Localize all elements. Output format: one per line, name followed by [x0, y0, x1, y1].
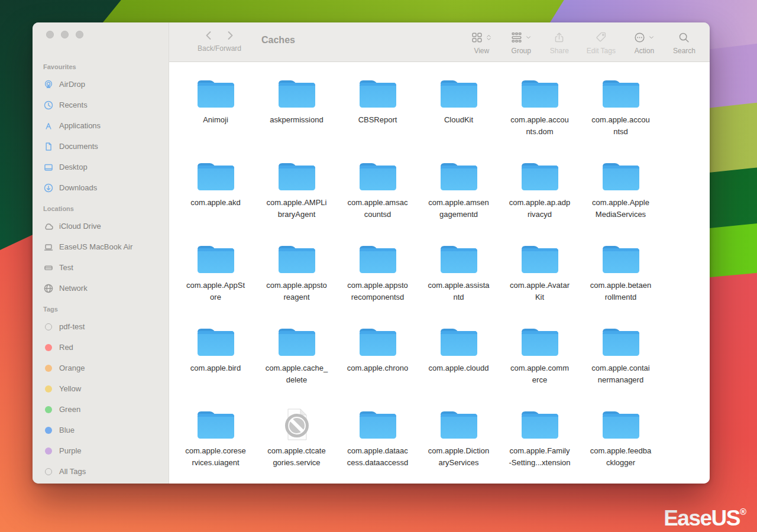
file-name: com.apple.chrono — [337, 362, 418, 374]
action-button[interactable]: Action — [633, 30, 655, 55]
zoom-button[interactable] — [76, 31, 83, 38]
file-item[interactable]: com.apple.amsen gagementd — [418, 159, 499, 242]
file-name: com.apple.appsto recomponentsd — [337, 280, 418, 303]
file-item[interactable]: com.apple.amsac countsd — [337, 159, 418, 242]
sidebar-item[interactable]: Desktop — [33, 157, 169, 177]
file-item[interactable]: com.apple.akd — [175, 159, 256, 242]
folder-icon — [438, 325, 480, 359]
file-name: askpermissiond — [256, 114, 337, 126]
sidebar-item-label: Red — [59, 343, 73, 352]
sidebar-item[interactable]: Downloads — [33, 177, 169, 198]
action-label: Action — [635, 47, 654, 55]
file-item[interactable]: com.apple.betaen rollmentd — [580, 242, 661, 325]
file-item[interactable]: Animoji — [175, 76, 256, 159]
file-item[interactable]: com.apple.Family -Setting...xtension — [499, 407, 580, 484]
file-item[interactable]: com.apple.assista ntd — [418, 242, 499, 325]
file-item[interactable]: com.apple.dataac cess.dataaccessd — [337, 407, 418, 484]
file-item[interactable]: askpermissiond — [256, 76, 337, 159]
file-item[interactable]: com.apple.contai nermanagerd — [580, 325, 661, 407]
file-item[interactable]: com.apple.appsto reagent — [256, 242, 337, 325]
group-button[interactable]: Group — [510, 30, 532, 55]
share-button[interactable]: Share — [550, 30, 569, 55]
file-item[interactable]: com.apple.Avatar Kit — [499, 242, 580, 325]
sidebar-section-favourites-title: Favourites — [43, 63, 169, 70]
sidebar-item-label: Documents — [59, 142, 98, 151]
folder-icon — [600, 242, 642, 276]
file-item[interactable]: com.apple.Diction aryServices — [418, 407, 499, 484]
tag-color-dot-icon — [45, 385, 52, 392]
file-item[interactable]: com.apple.comm erce — [499, 325, 580, 407]
forward-chevron-icon[interactable] — [225, 30, 235, 41]
file-item[interactable]: com.apple.cache_ delete — [256, 325, 337, 407]
sidebar-item[interactable]: Test — [33, 257, 169, 278]
sidebar-item-label: Purple — [59, 446, 82, 455]
toolbar-buttons: View Group Share — [471, 22, 710, 55]
file-item[interactable]: com.apple.AppSt ore — [175, 242, 256, 325]
minimize-button[interactable] — [61, 31, 69, 38]
sidebar-tag-item[interactable]: pdf-test — [33, 316, 169, 337]
file-name: com.apple.comm erce — [499, 362, 580, 386]
file-item[interactable]: com.apple.ctcate gories.service — [256, 407, 337, 484]
file-item[interactable]: com.apple.AMPLi braryAgent — [256, 159, 337, 242]
sidebar-item-icon — [43, 221, 54, 232]
registered-mark-icon: ® — [740, 507, 746, 517]
file-item[interactable]: com.apple.accou nts.dom — [499, 76, 580, 159]
file-item[interactable]: com.apple.feedba cklogger — [580, 407, 661, 484]
sidebar-item-label: Network — [59, 284, 88, 293]
file-item[interactable]: com.apple.corese rvices.uiagent — [175, 407, 256, 484]
view-button[interactable]: View — [471, 30, 493, 55]
sidebar-item-label: Applications — [59, 121, 101, 130]
sidebar: Favourites AirDrop Recents Applicati — [33, 22, 169, 484]
file-item[interactable]: CBSReport — [337, 76, 418, 159]
sidebar-item[interactable]: Documents — [33, 136, 169, 157]
file-item[interactable]: CloudKit — [418, 76, 499, 159]
sidebar-item-icon — [43, 100, 54, 111]
sidebar-item[interactable]: Network — [33, 278, 169, 299]
sidebar-item-label: All Tags — [59, 467, 86, 476]
close-button[interactable] — [46, 31, 54, 38]
file-item[interactable]: com.apple.appsto recomponentsd — [337, 242, 418, 325]
file-name: com.apple.Avatar Kit — [499, 280, 580, 303]
folder-icon — [276, 76, 318, 111]
file-item[interactable]: com.apple.ap.adp rivacyd — [499, 159, 580, 242]
tag-color-dot-icon — [45, 427, 52, 434]
sidebar-item[interactable]: Applications — [33, 115, 169, 136]
folder-icon — [438, 242, 480, 276]
folder-icon — [600, 407, 642, 442]
sidebar-tag-item[interactable]: Yellow — [33, 378, 169, 399]
sidebar-item-icon — [43, 183, 54, 193]
back-chevron-icon[interactable] — [203, 30, 214, 41]
file-item[interactable]: com.apple.cloudd — [418, 325, 499, 407]
sidebar-tag-item[interactable]: Green — [33, 399, 169, 420]
sidebar-item-label: Desktop — [59, 163, 88, 171]
file-name: CBSReport — [337, 114, 418, 126]
sidebar-tag-item[interactable]: Red — [33, 337, 169, 358]
finder-window: Favourites AirDrop Recents Applicati — [33, 22, 710, 484]
file-item[interactable]: com.apple.chrono — [337, 325, 418, 407]
file-item[interactable]: com.apple.bird — [175, 325, 256, 407]
folder-icon — [600, 325, 642, 359]
sidebar-tag-item[interactable]: Orange — [33, 358, 169, 378]
tag-color-dot-icon — [45, 406, 52, 413]
sidebar-tag-item[interactable]: All Tags — [33, 461, 169, 482]
sidebar-tag-item[interactable]: Blue — [33, 420, 169, 440]
sidebar-item[interactable]: Recents — [33, 95, 169, 115]
folder-icon — [276, 407, 318, 442]
edit-tags-button[interactable]: Edit Tags — [587, 30, 616, 55]
sidebar-item-label: Yellow — [59, 384, 81, 393]
sidebar-item[interactable]: EaseUS MacBook Air — [33, 236, 169, 257]
file-item[interactable]: com.apple.Apple MediaServices — [580, 159, 661, 242]
tag-color-dot-icon — [45, 365, 52, 372]
tag-color-dot-icon — [45, 447, 52, 455]
file-name: com.apple.appsto reagent — [256, 280, 337, 303]
sidebar-item[interactable]: iCloud Drive — [33, 216, 169, 236]
file-name: com.apple.accou nts.dom — [499, 114, 580, 138]
file-name: com.apple.AppSt ore — [175, 280, 256, 303]
sidebar-tags-list: pdf-test Red Orange Yellow — [33, 316, 169, 482]
sidebar-item[interactable]: AirDrop — [33, 74, 169, 95]
sidebar-locations-list: iCloud Drive EaseUS MacBook Air Test — [33, 216, 169, 299]
file-item[interactable]: com.apple.accou ntsd — [580, 76, 661, 159]
sidebar-tag-item[interactable]: Purple — [33, 440, 169, 461]
share-icon — [553, 31, 565, 44]
search-button[interactable]: Search — [673, 30, 695, 55]
